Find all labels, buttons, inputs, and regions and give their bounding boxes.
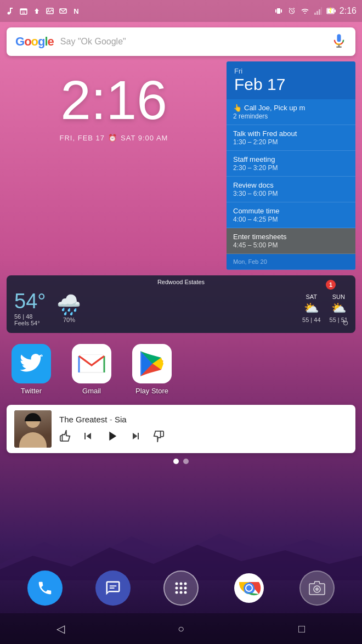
app-icon-twitter[interactable]: Twitter — [7, 344, 56, 395]
twitter-label: Twitter — [21, 387, 42, 395]
svg-marker-6 — [35, 8, 39, 14]
music-info: The Greatest - Sia — [59, 415, 348, 444]
calendar-event-2[interactable]: Staff meeting 2:30 – 3:20 PM — [227, 151, 355, 177]
weather-current-condition: 🌧️ 70% — [56, 293, 81, 323]
page-dot-1[interactable] — [183, 459, 189, 464]
calendar-event-3[interactable]: Review docs 3:30 – 6:00 PM — [227, 177, 355, 202]
next-button[interactable] — [129, 430, 143, 443]
clock-time: 2:16 — [60, 72, 167, 127]
svg-text:31: 31 — [22, 11, 25, 14]
svg-point-57 — [315, 587, 319, 591]
svg-point-48 — [176, 591, 178, 594]
clock-date-text: FRI, FEB 17 — [60, 134, 105, 142]
weather-hi-lo: 56 | 48 — [14, 313, 46, 320]
event-time-5: 4:45 – 5:00 PM — [233, 241, 349, 249]
twitter-icon-bg — [12, 344, 51, 383]
svg-rect-24 — [334, 10, 336, 13]
svg-point-55 — [246, 585, 252, 591]
home-button[interactable]: ○ — [170, 618, 192, 640]
forecast-temps-0: 55 | 44 — [302, 317, 320, 323]
calendar-date: Feb 17 — [234, 75, 348, 94]
next-date-label: Mon, Feb 20 — [233, 258, 349, 265]
search-placeholder: Say "Ok Google" — [60, 37, 331, 47]
status-bar: 31 N — [0, 0, 362, 22]
app-icon-gmail[interactable]: Gmail — [67, 344, 116, 395]
dock-chrome-icon[interactable] — [231, 570, 267, 606]
music-note-icon — [5, 6, 15, 16]
main-content: 2:16 FRI, FEB 17 ⏰ SAT 9:00 AM Fri Feb 1… — [0, 61, 362, 270]
clock-alarm-text: SAT 9:00 AM — [121, 134, 168, 142]
play-button[interactable] — [104, 428, 120, 444]
dock-camera-icon[interactable] — [299, 570, 335, 606]
event-title-3: Review docs — [233, 181, 349, 189]
vibrate-icon — [274, 6, 284, 16]
thumbs-up-button[interactable] — [59, 430, 71, 442]
svg-point-47 — [184, 587, 187, 590]
dock-messages-icon[interactable] — [95, 570, 131, 606]
app-icon-playstore[interactable]: Play Store — [127, 344, 177, 395]
recent-button[interactable]: □ — [291, 618, 313, 640]
dock-phone-icon[interactable] — [27, 570, 63, 606]
weather-refresh-icon[interactable]: ↻ — [342, 319, 349, 327]
event-time-4: 4:00 – 4:25 PM — [233, 216, 349, 223]
svg-rect-2 — [10, 8, 13, 9]
weather-widget[interactable]: Redwood Estates 54° 56 | 48 Feels 54° 🌧️… — [7, 275, 355, 333]
thumbs-down-button[interactable] — [152, 430, 165, 442]
search-bar[interactable]: Google Say "Ok Google" — [7, 27, 355, 56]
event-time-0: 2 reminders — [233, 112, 349, 120]
dock-apps-icon[interactable] — [163, 570, 199, 606]
calendar-event-0[interactable]: 👆Call Joe, Pick up m 2 reminders — [227, 99, 355, 125]
event-title-5: Enter timesheets — [233, 233, 349, 241]
event-time-1: 1:30 – 2:20 PM — [233, 138, 349, 146]
svg-point-0 — [8, 12, 10, 15]
svg-point-8 — [48, 9, 49, 10]
playstore-label: Play Store — [135, 387, 168, 395]
event-title-2: Staff meeting — [233, 155, 349, 163]
image-icon — [45, 6, 55, 16]
back-button[interactable]: ◁ — [49, 618, 71, 640]
weather-temperature: 54° — [14, 290, 46, 313]
event-title-1: Talk with Fred about — [233, 129, 349, 138]
music-player[interactable]: The Greatest - Sia — [7, 405, 355, 453]
calendar-widget[interactable]: Fri Feb 17 👆Call Joe, Pick up m 2 remind… — [227, 61, 355, 270]
svg-rect-31 — [79, 355, 104, 357]
page-dot-0[interactable] — [173, 459, 179, 464]
forecast-day-0: SAT ⛅ 55 | 44 — [302, 293, 320, 323]
signal-icon — [313, 6, 323, 16]
google-logo: Google — [15, 35, 54, 49]
svg-point-42 — [176, 583, 178, 585]
svg-rect-30 — [79, 355, 104, 372]
nav-bar: ◁ ○ □ — [0, 613, 362, 644]
calendar-event-5[interactable]: Enter timesheets 4:45 – 5:00 PM — [227, 228, 355, 254]
calendar-event-1[interactable]: Talk with Fred about 1:30 – 2:20 PM — [227, 125, 355, 151]
music-controls — [59, 428, 348, 444]
weather-alert-badge: 1 — [326, 280, 336, 290]
playstore-icon-bg — [132, 344, 172, 383]
svg-rect-12 — [281, 9, 282, 13]
upload-icon — [32, 6, 42, 16]
page-dots — [0, 459, 362, 464]
event-title-4: Commute time — [233, 207, 349, 215]
gmail-icon-bg — [72, 344, 111, 383]
wifi-icon — [300, 6, 310, 16]
prev-button[interactable] — [81, 430, 94, 443]
weather-forecast: SAT ⛅ 55 | 44 SUN ⛅ 55 | 51 — [302, 293, 348, 323]
dock — [0, 565, 362, 611]
svg-rect-19 — [316, 11, 318, 15]
svg-rect-20 — [319, 9, 320, 15]
svg-rect-10 — [277, 8, 280, 14]
calendar-event-4[interactable]: Commute time 4:00 – 4:25 PM — [227, 202, 355, 228]
battery-icon — [326, 6, 336, 16]
alarm-clock-icon: ⏰ — [108, 134, 117, 142]
microphone-icon[interactable] — [331, 33, 347, 50]
svg-rect-18 — [314, 13, 316, 15]
svg-point-50 — [184, 591, 187, 594]
music-title: The Greatest - Sia — [59, 415, 348, 424]
calendar-next-label: Mon, Feb 20 — [227, 254, 355, 270]
forecast-day-label-0: SAT — [306, 293, 317, 300]
svg-rect-21 — [321, 7, 322, 15]
gmail-label: Gmail — [82, 387, 101, 395]
forecast-day-label-1: SUN — [332, 293, 345, 300]
weather-precipitation: 70% — [63, 317, 75, 323]
weather-location: Redwood Estates — [157, 279, 205, 285]
